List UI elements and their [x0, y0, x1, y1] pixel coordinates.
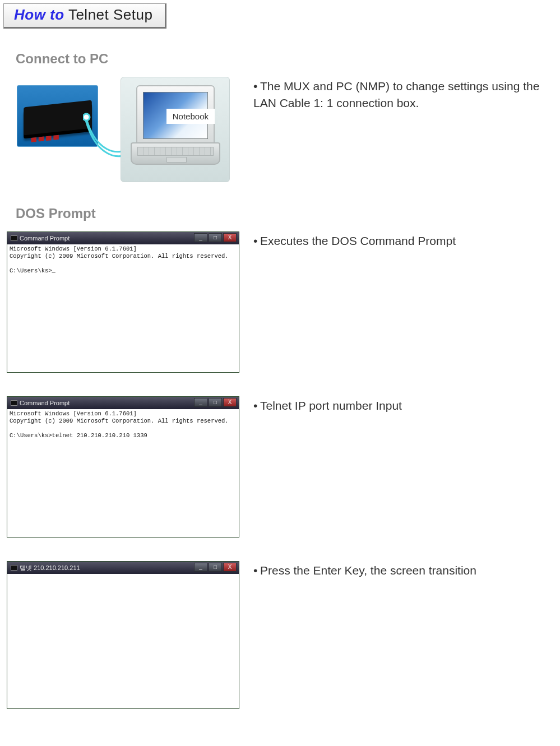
cmd-body-3 [7, 574, 239, 708]
maximize-button[interactable]: □ [209, 233, 222, 242]
bullet-cmd1: •Executes the DOS Command Prompt [253, 233, 557, 249]
cmd-sysmenu-icon [11, 235, 17, 241]
notebook-image: Notebook [121, 77, 230, 182]
minimize-button[interactable]: _ [194, 398, 207, 407]
cmd-titlebar-3: 텔넷 210.210.210.211 _ □ X [7, 562, 239, 574]
cmd-sysmenu-icon [11, 400, 17, 406]
maximize-button[interactable]: □ [209, 398, 222, 407]
minimize-button[interactable]: _ [194, 563, 207, 572]
bullet-cmd2: •Telnet IP port number Input [253, 397, 557, 414]
close-button[interactable]: X [223, 563, 237, 572]
close-button[interactable]: X [223, 398, 237, 407]
page-title-banner: How to Telnet Setup [3, 3, 166, 29]
title-main: Telnet Setup [64, 6, 153, 23]
cmd-title-3: 텔넷 210.210.210.211 [20, 564, 80, 571]
cmd-title-1: Command Prompt [20, 235, 70, 242]
cmd-title-2: Command Prompt [20, 400, 70, 406]
maximize-button[interactable]: □ [209, 563, 222, 572]
bullet-cmd3: •Press the Enter Key, the screen transit… [253, 562, 557, 579]
cmd-titlebar-1: Command Prompt _ □ X [7, 232, 239, 244]
cmd-window-1: Command Prompt _ □ X Microsoft Windows [… [7, 231, 239, 373]
cmd-window-3: 텔넷 210.210.210.211 _ □ X [7, 561, 239, 709]
cmd-titlebar-2: Command Prompt _ □ X [7, 397, 239, 409]
cmd-body-2: Microsoft Windows [Version 6.1.7601] Cop… [7, 409, 239, 537]
cmd-sysmenu-icon [11, 565, 17, 571]
cmd-window-2: Command Prompt _ □ X Microsoft Windows [… [7, 396, 239, 538]
title-prefix: How to [14, 6, 64, 23]
illustration-connect-to-pc: Notebook [17, 77, 230, 183]
heading-connect-to-pc: Connect to PC [16, 51, 560, 67]
heading-dos-prompt: DOS Prompt [16, 206, 560, 221]
bullet-connect-description: •The MUX and PC (NMP) to change settings… [253, 78, 557, 112]
close-button[interactable]: X [223, 233, 237, 242]
notebook-label: Notebook [166, 109, 215, 124]
mux-device-image [17, 85, 98, 147]
minimize-button[interactable]: _ [194, 233, 207, 242]
cmd-body-1: Microsoft Windows [Version 6.1.7601] Cop… [7, 244, 239, 372]
